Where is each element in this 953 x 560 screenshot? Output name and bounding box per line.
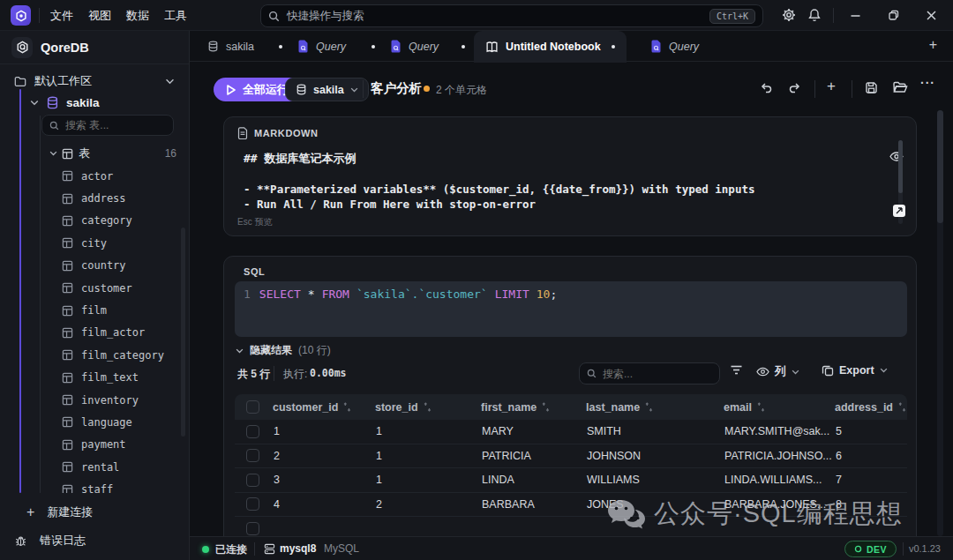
tab-dirty-indicator: [612, 45, 615, 49]
save-icon[interactable]: [864, 80, 879, 95]
results-search-box[interactable]: [579, 362, 720, 385]
tab-query-1[interactable]: Query: [297, 31, 346, 62]
new-connection-label: 新建连接: [47, 504, 93, 520]
sort-icon: [757, 402, 765, 412]
table-icon: [62, 282, 73, 294]
markdown-cell[interactable]: MARKDOWN ## 数据库笔记本示例 - **Parameterized v…: [223, 116, 917, 236]
redo-icon[interactable]: [787, 80, 802, 95]
row-count-label: 共 5 行: [237, 367, 270, 382]
sidebar-table-film[interactable]: film: [62, 299, 184, 321]
tables-group-label: 表: [79, 146, 165, 161]
sidebar-connection-sakila[interactable]: sakila: [30, 93, 100, 112]
column-header-customer-id[interactable]: customer_id: [267, 401, 370, 414]
table-search-input[interactable]: [65, 119, 154, 131]
sidebar-table-city[interactable]: city: [62, 232, 184, 254]
sql-editor[interactable]: 1 SELECT * FROM `sakila`.`customer` LIMI…: [235, 281, 907, 337]
server-icon: [264, 543, 275, 555]
hide-results-toggle[interactable]: 隐藏结果 (10 行): [236, 343, 331, 358]
main-scrollbar[interactable]: [937, 110, 943, 536]
filter-button[interactable]: [730, 364, 743, 376]
tables-list: actor address category city country cust…: [62, 165, 184, 493]
sql-code-line: 1 SELECT * FROM `sakila`.`customer` LIMI…: [244, 287, 907, 301]
server-name[interactable]: mysql8: [280, 542, 316, 555]
command-palette-search[interactable]: 快捷操作与搜索 Ctrl+K: [260, 4, 763, 27]
table-row[interactable]: 11MARYSMITHMARY.SMITH@sak...5: [235, 420, 907, 444]
sql-cell[interactable]: SQL 1 SELECT * FROM `sakila`.`customer` …: [223, 256, 917, 551]
new-tab-button[interactable]: +: [929, 37, 937, 53]
notifications-bell-icon[interactable]: [807, 8, 822, 22]
sidebar-table-staff[interactable]: staff: [62, 478, 184, 493]
chevron-down-icon: [792, 370, 799, 375]
close-button[interactable]: [925, 9, 938, 22]
table-icon: [62, 349, 73, 361]
markdown-source[interactable]: ## 数据库笔记本示例 - **Parameterized variables*…: [244, 151, 754, 212]
search-shortcut-badge: Ctrl+K: [709, 9, 755, 24]
sidebar-table-film-category[interactable]: film_category: [62, 344, 184, 366]
menu-view[interactable]: 视图: [88, 0, 111, 31]
sidebar-table-address[interactable]: address: [62, 187, 184, 209]
menu-tools[interactable]: 工具: [164, 0, 187, 31]
results-search-input[interactable]: [603, 368, 700, 380]
error-log-button[interactable]: 错误日志: [14, 530, 86, 551]
menu-data[interactable]: 数据: [126, 0, 149, 31]
sort-icon: [645, 402, 653, 412]
add-cell-button[interactable]: +: [827, 78, 836, 95]
settings-gear-icon[interactable]: [782, 8, 796, 22]
resize-grip-icon[interactable]: [893, 205, 905, 217]
row-checkbox[interactable]: [246, 425, 259, 438]
column-header-last-name[interactable]: last_name: [581, 401, 718, 414]
export-button[interactable]: Export: [822, 364, 888, 377]
sort-icon: [898, 402, 906, 412]
status-divider: [903, 542, 904, 556]
row-checkbox[interactable]: [246, 497, 259, 511]
column-header-first-name[interactable]: first_name: [476, 401, 581, 414]
database-icon: [296, 84, 307, 95]
sidebar-table-rental[interactable]: rental: [62, 456, 184, 478]
table-search-box[interactable]: [41, 115, 174, 136]
markdown-cell-header: MARKDOWN: [237, 127, 319, 139]
tab-query-3[interactable]: Query: [650, 31, 699, 62]
undo-icon[interactable]: [759, 80, 774, 95]
row-checkbox[interactable]: [246, 522, 259, 535]
sidebar-table-actor[interactable]: actor: [62, 165, 184, 187]
minimize-button[interactable]: [849, 9, 862, 22]
table-icon: [62, 327, 73, 339]
sidebar-scrollbar[interactable]: [181, 228, 185, 437]
open-folder-icon[interactable]: [892, 80, 908, 94]
tab-query-2[interactable]: Query: [390, 31, 439, 62]
tab-untitled-notebook[interactable]: Untitled Notebook: [474, 31, 627, 63]
sidebar-table-film-actor[interactable]: film_actor: [62, 322, 184, 344]
columns-visibility-button[interactable]: 列: [756, 364, 799, 379]
connection-dropdown[interactable]: sakila: [285, 78, 369, 101]
row-checkbox[interactable]: [246, 474, 259, 487]
column-header-address-id[interactable]: address_id: [829, 401, 907, 414]
sidebar-table-payment[interactable]: payment: [62, 434, 184, 456]
sidebar-table-film-text[interactable]: film_text: [62, 367, 184, 389]
select-all-checkbox[interactable]: [246, 400, 259, 414]
more-options-icon[interactable]: ···: [920, 76, 935, 90]
table-icon: [62, 416, 73, 428]
column-header-email[interactable]: email: [718, 401, 829, 414]
row-checkbox[interactable]: [246, 449, 259, 462]
maximize-button[interactable]: [887, 9, 900, 22]
table-row[interactable]: 21PATRICIAJOHNSONPATRICIA.JOHNSO...6: [235, 444, 907, 469]
sidebar-table-country[interactable]: country: [62, 255, 184, 277]
table-icon: [62, 148, 73, 160]
column-header-store-id[interactable]: store_id: [370, 401, 476, 414]
sidebar-table-category[interactable]: category: [62, 210, 184, 232]
table-icon: [62, 394, 73, 406]
markdown-bullet-2: - Run All / Run From Here with stop-on-e…: [244, 197, 754, 212]
sidebar-table-inventory[interactable]: inventory: [62, 389, 184, 411]
sidebar-table-customer[interactable]: customer: [62, 277, 184, 299]
table-row[interactable]: 31LINDAWILLIAMSLINDA.WILLIAMS...7: [235, 468, 907, 493]
tree-indent-guide: [40, 116, 41, 493]
workspace-selector[interactable]: 默认工作区: [7, 70, 182, 93]
plus-icon: +: [26, 504, 34, 520]
menu-file[interactable]: 文件: [50, 0, 73, 31]
table-row[interactable]: 42BARBARAJONESBARBARA.JONES...8: [235, 493, 907, 518]
tables-group-toggle[interactable]: 表 16: [49, 145, 176, 162]
new-connection-button[interactable]: + 新建连接: [14, 502, 93, 523]
tab-sakila[interactable]: sakila: [207, 31, 254, 62]
sidebar-table-language[interactable]: language: [62, 411, 184, 433]
database-icon: [207, 41, 219, 52]
